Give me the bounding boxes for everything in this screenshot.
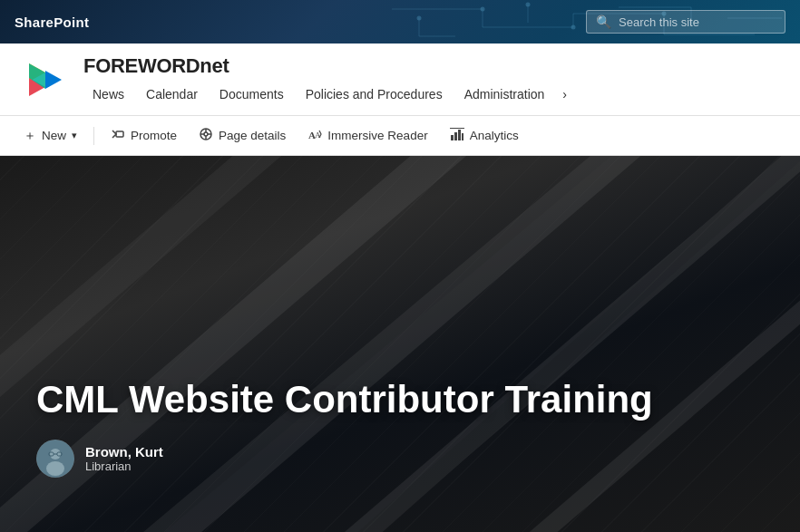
svg-rect-32	[454, 132, 457, 140]
nav-item-news[interactable]: News	[83, 83, 133, 105]
top-bar: SharePoint 🔍	[0, 0, 800, 44]
avatar	[36, 440, 74, 478]
nav-item-policies[interactable]: Policies and Procedures	[297, 83, 452, 105]
svg-point-17	[526, 3, 531, 7]
svg-point-45	[46, 461, 64, 476]
immersive-reader-icon: A A	[307, 127, 322, 144]
site-nav: News Calendar Documents Policies and Pro…	[83, 83, 572, 105]
analytics-icon	[450, 127, 464, 144]
svg-point-24	[204, 132, 208, 136]
analytics-button[interactable]: Analytics	[441, 121, 528, 150]
promote-icon	[111, 127, 125, 144]
hero-section: CML Website Contributor Training Brown, …	[0, 156, 800, 532]
site-header: FOREWORDnet News Calendar Documents Poli…	[0, 44, 800, 116]
nav-more-button[interactable]: ›	[557, 83, 572, 105]
page-details-button[interactable]: Page details	[190, 121, 295, 150]
site-name-nav: FOREWORDnet News Calendar Documents Poli…	[83, 54, 572, 105]
svg-point-14	[571, 25, 576, 30]
svg-rect-31	[451, 135, 454, 140]
new-dropdown-icon: ▾	[72, 130, 77, 141]
search-box[interactable]: 🔍	[586, 10, 785, 34]
svg-rect-22	[116, 131, 123, 137]
svg-point-16	[417, 16, 422, 21]
author-name: Brown, Kurt	[85, 444, 163, 459]
immersive-reader-button[interactable]: A A Immersive Reader	[298, 121, 436, 150]
promote-label: Promote	[131, 129, 177, 142]
author-info: Brown, Kurt Librarian	[85, 444, 163, 473]
site-name: FOREWORDnet	[83, 54, 572, 78]
search-icon: 🔍	[596, 15, 611, 29]
plus-icon: ＋	[24, 128, 36, 144]
site-logo	[22, 56, 69, 103]
svg-point-13	[481, 7, 485, 12]
search-input[interactable]	[619, 15, 773, 29]
svg-rect-33	[458, 130, 461, 140]
page-details-icon	[199, 127, 213, 144]
immersive-reader-label: Immersive Reader	[327, 129, 427, 142]
new-button[interactable]: ＋ New ▾	[15, 122, 86, 150]
svg-rect-34	[462, 133, 463, 140]
sharepoint-title: SharePoint	[15, 15, 89, 30]
toolbar: ＋ New ▾ Promote Page details	[0, 116, 800, 156]
promote-button[interactable]: Promote	[102, 121, 186, 150]
hero-content: CML Website Contributor Training Brown, …	[36, 378, 764, 478]
toolbar-divider-1	[93, 127, 94, 145]
nav-item-documents[interactable]: Documents	[210, 83, 293, 105]
page-details-label: Page details	[219, 129, 286, 142]
new-label: New	[42, 129, 66, 142]
hero-author: Brown, Kurt Librarian	[36, 440, 764, 478]
nav-item-calendar[interactable]: Calendar	[137, 83, 207, 105]
svg-rect-35	[450, 128, 464, 129]
svg-marker-20	[45, 71, 62, 89]
analytics-label: Analytics	[470, 129, 519, 142]
author-role: Librarian	[85, 459, 163, 473]
nav-item-administration[interactable]: Administration	[455, 83, 554, 105]
hero-title: CML Website Contributor Training	[36, 378, 764, 421]
